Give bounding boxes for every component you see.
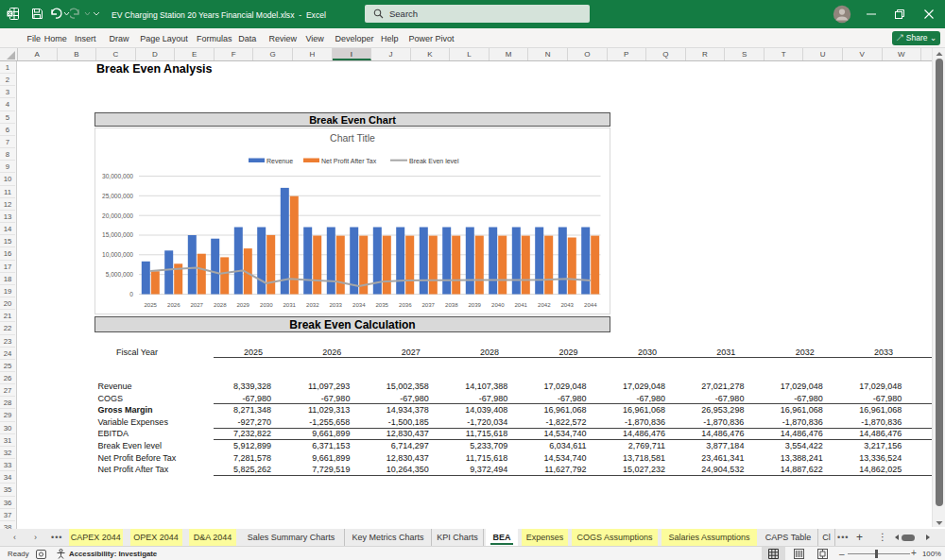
- svg-text:2044: 2044: [584, 301, 597, 308]
- svg-text:2034: 2034: [352, 301, 366, 308]
- svg-text:2040: 2040: [491, 301, 505, 308]
- svg-text:Net Profit After Tax: Net Profit After Tax: [321, 158, 377, 164]
- svg-text:2030: 2030: [260, 301, 273, 308]
- svg-text:2042: 2042: [538, 301, 551, 308]
- svg-text:2036: 2036: [399, 301, 412, 308]
- svg-text:15,000,000: 15,000,000: [102, 231, 133, 238]
- svg-text:2031: 2031: [283, 301, 296, 308]
- svg-text:30,000,000: 30,000,000: [102, 173, 133, 179]
- svg-text:Break Even level: Break Even level: [409, 158, 459, 164]
- svg-text:2029: 2029: [236, 301, 249, 308]
- svg-text:2032: 2032: [306, 301, 319, 308]
- svg-text:20,000,000: 20,000,000: [102, 212, 133, 219]
- svg-text:2039: 2039: [468, 301, 481, 308]
- svg-text:2043: 2043: [560, 301, 574, 308]
- svg-text:25,000,000: 25,000,000: [102, 193, 133, 199]
- svg-text:Chart Title: Chart Title: [330, 132, 375, 144]
- svg-text:Revenue: Revenue: [266, 158, 293, 164]
- svg-text:2035: 2035: [375, 301, 388, 308]
- svg-text:2026: 2026: [167, 301, 180, 308]
- svg-text:2033: 2033: [329, 301, 342, 308]
- svg-text:2028: 2028: [214, 301, 227, 308]
- svg-text:2025: 2025: [144, 301, 157, 308]
- svg-text:10,000,000: 10,000,000: [102, 251, 133, 258]
- svg-text:2038: 2038: [445, 301, 458, 308]
- svg-text:2027: 2027: [190, 301, 203, 308]
- svg-text:0: 0: [129, 291, 133, 297]
- svg-text:2041: 2041: [514, 301, 527, 308]
- svg-text:2037: 2037: [421, 301, 435, 308]
- svg-text:5,000,000: 5,000,000: [106, 271, 134, 278]
